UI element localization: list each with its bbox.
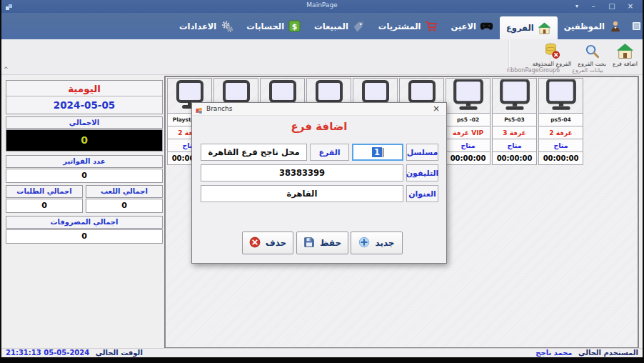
tab-sales[interactable]: المبيعات [308,13,372,39]
current-time: الوقت الحالي 2024-05-05 21:31:13 [6,349,143,357]
dialog-close-icon[interactable]: × [431,104,442,114]
tab-label: المبيعات [314,21,348,31]
station-room: غرفة 2 [538,126,583,139]
price-tag-icon [352,19,366,33]
monitor-icon [538,78,583,114]
search-icon [584,41,600,60]
add-branch-dialog: Branchs × اضافة فرع مسلسل 1 الفرع محل نا… [191,102,447,264]
orders-value: 0 [6,199,83,213]
tab-settings[interactable]: الاعدادات [173,13,240,39]
tab-purchases[interactable]: المشتريات [372,13,445,39]
play-label: اجمالي اللعب [86,185,163,198]
deleted-branches-button[interactable]: الفروع المحذوفة [530,40,573,67]
tab-label: الموظفين [564,21,605,31]
serial-input[interactable]: 1 [352,144,403,161]
ribbon-toolbar: ^ اضافة فرع بحث الفروع الفروع المحذوفة [0,39,644,75]
svg-text:$: $ [292,22,298,31]
ribbon-button-label: الفروع المحذوفة [532,61,571,67]
titlebar-menu-icon[interactable]: ▾ [570,0,584,13]
station-status: متاح [446,139,490,152]
cart-icon [425,19,438,33]
address-input[interactable]: القاهرة [201,185,403,202]
house-add-icon [616,41,634,60]
house-icon [538,21,551,35]
daily-date: 2024-05-05 [6,96,162,114]
delete-button-label: حذف [266,238,287,248]
station-status: متاح [492,139,537,152]
address-label: العنوان [406,185,438,202]
expenses-label: اجمالي المصروفات [6,216,163,229]
tab-accounts[interactable]: $ الحسابات [240,13,308,39]
monitor-icon [492,78,537,114]
app-menu-icon[interactable] [630,19,642,33]
new-button[interactable]: جديد [351,232,403,254]
tab-label: الفروع [506,23,534,33]
tab-label: الاعين [451,21,476,31]
station-name: Ps5-03 [492,113,537,126]
selected-text: 1 [372,147,382,157]
window-border-bottom [0,357,644,363]
station-timer: 00:00:00 [538,151,583,165]
text-caret [383,148,383,157]
gamepad-icon [480,19,493,33]
station-name: ps5 -02 [446,113,490,126]
current-user-label: المستخدم الحالي [578,349,638,357]
dialog-header: اضافة فرع [192,120,446,133]
dollar-icon: $ [288,19,301,33]
tab-players[interactable]: الاعين [445,13,500,39]
phone-input[interactable]: 38383399 [201,164,403,182]
tab-label: الحسابات [246,21,284,31]
ribbon-tabs: الموظفين الفروع الاعين المشتريات [173,13,628,39]
station-timer: 00:00:00 [446,151,490,165]
tab-label: الاعدادات [179,21,216,31]
window-border-left [0,0,1,363]
invoices-value: 0 [6,169,163,183]
save-button-label: حفظ [320,238,341,248]
station-status: متاح [538,139,583,152]
maximize-button[interactable]: □ [603,0,621,13]
invoices-label: عدد الفواتير [6,155,163,168]
plus-icon [358,237,370,250]
new-button-label: جديد [375,238,394,248]
current-time-value: 2024-05-05 21:31:13 [6,349,89,357]
collapse-ribbon-icon[interactable]: ^ [4,66,9,73]
current-time-label: الوقت الحالي [96,349,143,357]
station-card[interactable]: Ps5-03 غرفة 3 متاح 00:00:00 [492,78,537,165]
daily-title: اليومية [6,81,162,96]
database-delete-icon [543,41,560,60]
station-room: غرفة VIP [446,126,490,139]
add-branch-button[interactable]: اضافة فرع [610,40,640,67]
station-timer: 00:00:00 [492,151,537,165]
ribbon-tab-row: الموظفين الفروع الاعين المشتريات [0,13,644,39]
close-button[interactable]: × [621,0,640,13]
station-card[interactable]: ps5 -02 غرفة VIP متاح 00:00:00 [446,78,490,165]
serial-label: مسلسل [406,144,438,161]
ribbon-group-branches: اضافة فرع بحث الفروع الفروع المحذوفة [530,40,640,67]
dialog-title-bar: Branchs × [192,103,446,116]
search-branches-button[interactable]: بحث الفروع [575,40,608,67]
daily-box: اليومية 2024-05-05 [6,80,163,114]
station-name: ps5-04 [538,113,583,126]
station-card[interactable]: ps5-04 غرفة 2 متاح 00:00:00 [538,78,583,165]
play-value: 0 [86,199,163,213]
ribbon-button-label: بحث الفروع [578,61,606,67]
main-window: MainPage ▾ – □ × الموظفين الفروع [0,0,644,363]
current-user-value: محمد ناجح [535,349,572,357]
branch-input[interactable]: محل ناجح فرع القاهرة [201,144,307,161]
delete-icon [249,237,261,250]
total-label: الاجمالي [6,116,163,129]
window-title: MainPage [0,1,644,9]
expenses-value: 0 [6,229,163,244]
dialog-icon [196,105,203,119]
tab-employees[interactable]: الموظفين [558,13,628,39]
current-user: المستخدم الحالي محمد ناجح [535,349,638,357]
employee-icon [608,19,622,33]
tab-branches[interactable]: الفروع [500,16,558,39]
ribbon-group-caption: بيانات الفروع [545,67,630,74]
save-button[interactable]: حفظ [296,232,348,254]
minimize-button[interactable]: – [584,0,603,13]
ribbon-button-label: اضافة فرع [613,61,638,67]
delete-button[interactable]: حذف [242,232,293,254]
status-bar: المستخدم الحالي محمد ناجح الوقت الحالي 2… [1,348,643,357]
total-value: 0 [6,129,163,151]
